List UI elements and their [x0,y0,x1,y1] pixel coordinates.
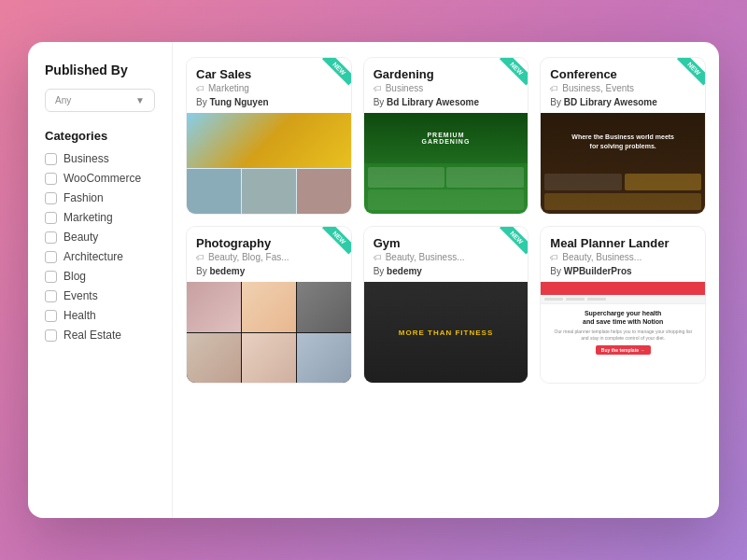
dropdown-value: Any [55,95,71,105]
category-checkbox[interactable] [45,173,57,185]
tag-text: Beauty, Blog, Fas... [208,252,289,262]
template-card[interactable]: Gardening 🏷 Business By Bd Library Aweso… [363,57,529,215]
new-badge [671,58,705,91]
main-card: Published By Any ▼ Categories Business W… [28,42,719,518]
category-checkbox[interactable] [45,310,57,322]
category-label: Health [63,309,96,322]
category-label: Fashion [63,191,104,204]
category-checkbox[interactable] [45,290,57,302]
sidebar-category-item[interactable]: Events [45,289,155,302]
card-preview [187,282,351,383]
category-label: Blog [63,270,86,283]
category-label: Marketing [63,211,113,224]
category-label: Architecture [63,250,123,263]
tag-icon: 🏷 [196,253,204,262]
author-name: bedemy [387,266,422,276]
category-checkbox[interactable] [45,192,57,204]
card-author: By BD Library Awesome [550,97,696,107]
card-preview: MORE THAN FITNESS [364,282,529,383]
tag-icon: 🏷 [374,253,382,262]
card-author: By WPBuilderPros [550,266,696,276]
category-checkbox[interactable] [45,251,57,263]
category-checkbox[interactable] [45,271,57,283]
template-card[interactable]: Meal Planner Lander 🏷 Beauty, Business..… [540,226,706,384]
author-name: Tung Nguyen [209,97,268,107]
sidebar-category-item[interactable]: Real Estate [45,329,155,342]
author-name: BD Library Awesome [564,97,657,107]
card-author: By Tung Nguyen [196,97,342,107]
new-badge [317,227,351,260]
card-preview [187,113,351,214]
tag-text: Business, Events [562,83,634,93]
card-title: Meal Planner Lander [550,236,696,250]
new-badge [494,227,528,260]
sidebar-category-item[interactable]: Fashion [45,191,155,204]
card-tags: 🏷 Beauty, Business... [550,252,696,262]
new-badge [494,58,528,91]
sidebar: Published By Any ▼ Categories Business W… [28,42,173,518]
category-label: Beauty [63,231,98,244]
sidebar-category-item[interactable]: Health [45,309,155,322]
published-by-label: Published By [45,63,155,77]
tag-icon: 🏷 [196,84,204,93]
category-checkbox[interactable] [45,329,57,342]
sidebar-category-item[interactable]: Beauty [45,231,155,244]
category-checkbox[interactable] [45,153,57,165]
tag-text: Business [386,83,424,93]
category-label: Events [63,289,98,302]
card-header: Meal Planner Lander 🏷 Beauty, Business..… [541,227,705,282]
categories-label: Categories [45,129,155,143]
sidebar-category-item[interactable]: Architecture [45,250,155,263]
chevron-down-icon: ▼ [135,95,145,105]
template-card[interactable]: Photography 🏷 Beauty, Blog, Fas... By be… [186,226,352,384]
content-area: Car Sales 🏷 Marketing By Tung Nguyen Gar… [173,42,719,518]
tag-icon: 🏷 [374,84,382,93]
sidebar-category-item[interactable]: Business [45,152,155,165]
publisher-dropdown[interactable]: Any ▼ [45,89,155,112]
author-name: bedemy [209,266,245,276]
card-author: By bedemy [374,266,519,276]
template-grid: Car Sales 🏷 Marketing By Tung Nguyen Gar… [186,57,706,384]
card-author: By Bd Library Awesome [374,97,519,107]
template-card[interactable]: Conference 🏷 Business, Events By BD Libr… [540,57,706,215]
card-author: By bedemy [196,266,342,276]
sidebar-category-item[interactable]: Blog [45,270,155,283]
tag-icon: 🏷 [550,84,558,93]
author-name: WPBuilderPros [564,266,632,276]
category-label: WooCommerce [63,172,141,185]
card-preview: Supercharge your healthand save time wit… [541,282,705,383]
category-checkbox[interactable] [45,212,57,224]
card-preview: PREMIUMGARDENING [364,113,529,214]
new-badge [317,58,351,91]
category-checkbox[interactable] [45,231,57,244]
category-label: Real Estate [63,329,121,342]
category-label: Business [63,152,109,165]
tag-text: Beauty, Business... [386,252,465,262]
tag-icon: 🏷 [550,253,558,262]
categories-list: Business WooCommerce Fashion Marketing B… [45,152,155,342]
tag-text: Marketing [208,83,249,93]
template-card[interactable]: Gym 🏷 Beauty, Business... By bedemy MORE… [363,226,529,384]
tag-text: Beauty, Business... [562,252,641,262]
template-card[interactable]: Car Sales 🏷 Marketing By Tung Nguyen [186,57,352,215]
author-name: Bd Library Awesome [387,97,479,107]
card-preview: Where the Business world meetsfor solvin… [541,113,705,214]
sidebar-category-item[interactable]: WooCommerce [45,172,155,185]
sidebar-category-item[interactable]: Marketing [45,211,155,224]
